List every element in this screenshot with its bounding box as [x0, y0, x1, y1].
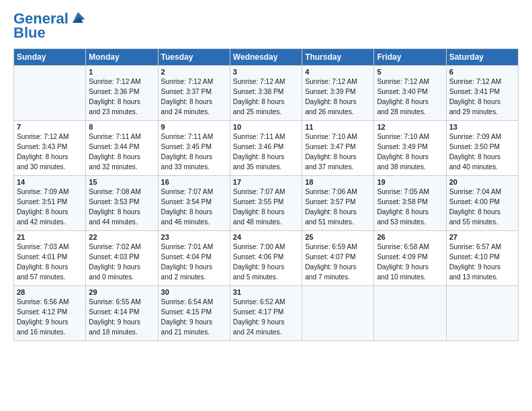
calendar-cell: 28Sunrise: 6:56 AM Sunset: 4:12 PM Dayli… — [14, 286, 86, 341]
column-header-friday: Friday — [374, 49, 446, 66]
calendar-cell: 2Sunrise: 7:12 AM Sunset: 3:37 PM Daylig… — [158, 66, 230, 121]
calendar-cell — [302, 286, 374, 341]
calendar-week-row: 21Sunrise: 7:03 AM Sunset: 4:01 PM Dayli… — [14, 231, 519, 286]
calendar-cell: 15Sunrise: 7:08 AM Sunset: 3:53 PM Dayli… — [86, 176, 158, 231]
day-number: 29 — [89, 288, 154, 296]
calendar-cell: 29Sunrise: 6:55 AM Sunset: 4:14 PM Dayli… — [86, 286, 158, 341]
day-number: 4 — [305, 68, 371, 76]
column-header-saturday: Saturday — [446, 49, 518, 66]
calendar-cell: 3Sunrise: 7:12 AM Sunset: 3:38 PM Daylig… — [230, 66, 302, 121]
calendar-cell: 1Sunrise: 7:12 AM Sunset: 3:36 PM Daylig… — [86, 66, 158, 121]
calendar-week-row: 28Sunrise: 6:56 AM Sunset: 4:12 PM Dayli… — [14, 286, 519, 341]
day-number: 28 — [17, 288, 83, 296]
calendar-cell: 30Sunrise: 6:54 AM Sunset: 4:15 PM Dayli… — [158, 286, 230, 341]
day-info: Sunrise: 7:11 AM Sunset: 3:46 PM Dayligh… — [233, 132, 299, 172]
calendar-header-row: SundayMondayTuesdayWednesdayThursdayFrid… — [14, 49, 519, 66]
day-info: Sunrise: 7:12 AM Sunset: 3:43 PM Dayligh… — [17, 132, 83, 172]
day-info: Sunrise: 7:12 AM Sunset: 3:41 PM Dayligh… — [449, 77, 515, 117]
day-info: Sunrise: 7:02 AM Sunset: 4:03 PM Dayligh… — [89, 242, 154, 282]
column-header-tuesday: Tuesday — [158, 49, 230, 66]
calendar-cell: 18Sunrise: 7:06 AM Sunset: 3:57 PM Dayli… — [302, 176, 374, 231]
calendar-cell: 4Sunrise: 7:12 AM Sunset: 3:39 PM Daylig… — [302, 66, 374, 121]
calendar-week-row: 1Sunrise: 7:12 AM Sunset: 3:36 PM Daylig… — [14, 66, 519, 121]
logo-icon — [70, 9, 86, 26]
day-number: 31 — [233, 288, 299, 296]
calendar-body: 1Sunrise: 7:12 AM Sunset: 3:36 PM Daylig… — [14, 66, 519, 341]
day-info: Sunrise: 7:09 AM Sunset: 3:50 PM Dayligh… — [449, 132, 515, 172]
calendar-cell: 19Sunrise: 7:05 AM Sunset: 3:58 PM Dayli… — [374, 176, 446, 231]
calendar-cell: 25Sunrise: 6:59 AM Sunset: 4:07 PM Dayli… — [302, 231, 374, 286]
column-header-wednesday: Wednesday — [230, 49, 302, 66]
day-number: 14 — [17, 178, 83, 186]
calendar-cell: 31Sunrise: 6:52 AM Sunset: 4:17 PM Dayli… — [230, 286, 302, 341]
day-number: 22 — [89, 233, 154, 241]
day-number: 19 — [377, 178, 443, 186]
main-container: General Blue SundayMondayTuesdayWednesda… — [0, 0, 532, 348]
day-info: Sunrise: 7:01 AM Sunset: 4:04 PM Dayligh… — [161, 242, 227, 282]
day-info: Sunrise: 7:10 AM Sunset: 3:47 PM Dayligh… — [305, 132, 371, 172]
day-number: 20 — [449, 178, 515, 186]
day-number: 26 — [377, 233, 443, 241]
day-number: 21 — [17, 233, 83, 241]
day-info: Sunrise: 7:03 AM Sunset: 4:01 PM Dayligh… — [17, 242, 83, 282]
day-number: 10 — [233, 123, 299, 131]
day-info: Sunrise: 6:55 AM Sunset: 4:14 PM Dayligh… — [89, 298, 154, 337]
calendar-cell: 27Sunrise: 6:57 AM Sunset: 4:10 PM Dayli… — [446, 231, 518, 286]
day-info: Sunrise: 6:57 AM Sunset: 4:10 PM Dayligh… — [449, 242, 515, 282]
day-number: 8 — [89, 123, 154, 131]
day-number: 23 — [161, 233, 227, 241]
calendar-cell: 8Sunrise: 7:11 AM Sunset: 3:44 PM Daylig… — [86, 121, 158, 176]
calendar-cell — [446, 286, 518, 341]
calendar-cell: 11Sunrise: 7:10 AM Sunset: 3:47 PM Dayli… — [302, 121, 374, 176]
calendar-cell: 24Sunrise: 7:00 AM Sunset: 4:06 PM Dayli… — [230, 231, 302, 286]
day-number: 2 — [161, 68, 227, 76]
day-info: Sunrise: 7:11 AM Sunset: 3:45 PM Dayligh… — [161, 132, 227, 172]
day-number: 6 — [449, 68, 515, 76]
calendar-cell — [374, 286, 446, 341]
calendar-cell: 17Sunrise: 7:07 AM Sunset: 3:55 PM Dayli… — [230, 176, 302, 231]
calendar-cell: 7Sunrise: 7:12 AM Sunset: 3:43 PM Daylig… — [14, 121, 86, 176]
day-number: 3 — [233, 68, 299, 76]
day-info: Sunrise: 7:07 AM Sunset: 3:54 PM Dayligh… — [161, 187, 227, 227]
calendar-cell: 16Sunrise: 7:07 AM Sunset: 3:54 PM Dayli… — [158, 176, 230, 231]
day-info: Sunrise: 7:06 AM Sunset: 3:57 PM Dayligh… — [305, 187, 371, 227]
day-number: 12 — [377, 123, 443, 131]
calendar-cell: 10Sunrise: 7:11 AM Sunset: 3:46 PM Dayli… — [230, 121, 302, 176]
column-header-thursday: Thursday — [302, 49, 374, 66]
day-info: Sunrise: 7:12 AM Sunset: 3:40 PM Dayligh… — [377, 77, 443, 117]
day-number: 15 — [89, 178, 154, 186]
day-number: 24 — [233, 233, 299, 241]
day-info: Sunrise: 6:56 AM Sunset: 4:12 PM Dayligh… — [17, 298, 83, 337]
calendar-cell: 23Sunrise: 7:01 AM Sunset: 4:04 PM Dayli… — [158, 231, 230, 286]
day-number: 18 — [305, 178, 371, 186]
day-info: Sunrise: 7:07 AM Sunset: 3:55 PM Dayligh… — [233, 187, 299, 227]
day-info: Sunrise: 7:12 AM Sunset: 3:36 PM Dayligh… — [89, 77, 154, 117]
day-info: Sunrise: 7:12 AM Sunset: 3:37 PM Dayligh… — [161, 77, 227, 117]
day-info: Sunrise: 6:58 AM Sunset: 4:09 PM Dayligh… — [377, 242, 443, 282]
day-number: 30 — [161, 288, 227, 296]
calendar-week-row: 7Sunrise: 7:12 AM Sunset: 3:43 PM Daylig… — [14, 121, 519, 176]
day-info: Sunrise: 6:59 AM Sunset: 4:07 PM Dayligh… — [305, 242, 371, 282]
day-number: 5 — [377, 68, 443, 76]
calendar-cell: 26Sunrise: 6:58 AM Sunset: 4:09 PM Dayli… — [374, 231, 446, 286]
day-info: Sunrise: 7:00 AM Sunset: 4:06 PM Dayligh… — [233, 242, 299, 282]
day-number: 17 — [233, 178, 299, 186]
day-number: 7 — [17, 123, 83, 131]
day-info: Sunrise: 7:10 AM Sunset: 3:49 PM Dayligh… — [377, 132, 443, 172]
calendar-cell: 20Sunrise: 7:04 AM Sunset: 4:00 PM Dayli… — [446, 176, 518, 231]
day-number: 13 — [449, 123, 515, 131]
calendar-table: SundayMondayTuesdayWednesdayThursdayFrid… — [13, 48, 519, 341]
calendar-cell — [14, 66, 86, 121]
calendar-cell: 9Sunrise: 7:11 AM Sunset: 3:45 PM Daylig… — [158, 121, 230, 176]
day-number: 27 — [449, 233, 515, 241]
column-header-sunday: Sunday — [14, 49, 86, 66]
day-info: Sunrise: 6:54 AM Sunset: 4:15 PM Dayligh… — [161, 298, 227, 337]
logo: General Blue — [13, 11, 86, 42]
day-info: Sunrise: 7:12 AM Sunset: 3:39 PM Dayligh… — [305, 77, 371, 117]
day-info: Sunrise: 7:09 AM Sunset: 3:51 PM Dayligh… — [17, 187, 83, 227]
calendar-cell: 22Sunrise: 7:02 AM Sunset: 4:03 PM Dayli… — [86, 231, 158, 286]
calendar-week-row: 14Sunrise: 7:09 AM Sunset: 3:51 PM Dayli… — [14, 176, 519, 231]
day-info: Sunrise: 6:52 AM Sunset: 4:17 PM Dayligh… — [233, 298, 299, 337]
day-number: 16 — [161, 178, 227, 186]
day-info: Sunrise: 7:11 AM Sunset: 3:44 PM Dayligh… — [89, 132, 154, 172]
